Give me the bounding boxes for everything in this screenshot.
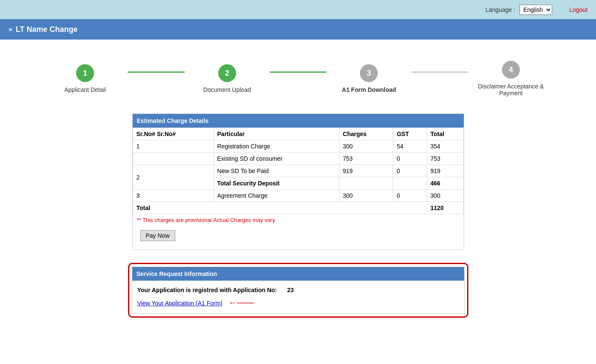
connector-2-3: [270, 71, 327, 73]
cell-gst: 0: [393, 190, 427, 202]
application-text: Your Application is registred with Appli…: [137, 287, 277, 293]
service-request-wrapper: Service Request Information Your Applica…: [128, 263, 468, 318]
step-circle-4: 4: [502, 61, 520, 79]
charge-table-header: Estimated Charge Details: [133, 114, 464, 128]
step-label-3: A1 Form Download: [342, 86, 396, 93]
cell-particular: Existing SD of consumer: [214, 153, 339, 165]
provisional-note: ** This charges are provisional.Actual C…: [133, 214, 464, 226]
table-row: 3 Agreement Charge 300 0 300: [133, 190, 463, 202]
step-circle-2: 2: [218, 64, 236, 82]
col-srno: Sr.No# Sr.No#: [133, 128, 214, 140]
language-label: Language :: [485, 6, 515, 13]
col-particular: Particular: [214, 128, 339, 140]
step-label-2: Document Upload: [203, 86, 251, 93]
cell-charges: 919: [339, 165, 393, 177]
step-label-4: Disclaimer Acceptance & Payment: [468, 83, 553, 97]
cell-particular: Total Security Deposit: [214, 177, 339, 190]
application-info: Your Application is registred with Appli…: [137, 287, 459, 293]
cell-srno: [133, 153, 214, 165]
cell-srno: 1: [133, 140, 214, 153]
col-charges: Charges: [339, 128, 393, 140]
cell-gst: 54: [393, 140, 427, 153]
cell-total: 753: [427, 153, 463, 165]
connector-1-2: [128, 71, 185, 73]
service-request-body: Your Application is registred with Appli…: [132, 281, 464, 313]
stepper-step-2: 2 Document Upload: [185, 64, 270, 93]
cell-total: 354: [427, 140, 463, 153]
cell-charges: 300: [339, 140, 393, 153]
header-bar: » LT Name Change: [0, 19, 596, 40]
view-application-link[interactable]: View Your Application (A1 Form): [137, 300, 223, 307]
total-label: Total: [133, 202, 427, 214]
service-request-header: Service Request Information: [132, 267, 464, 281]
cell-charges: [339, 177, 393, 190]
view-application-row: View Your Application (A1 Form) ←——: [137, 298, 459, 307]
application-number: 23: [287, 287, 294, 293]
table-row: 2 New SD To be Paid 919 0 919: [133, 165, 463, 177]
pay-now-button[interactable]: Pay Now: [140, 230, 175, 241]
stepper-step-3: 3 A1 Form Download: [326, 64, 411, 93]
stepper: 1 Applicant Detail 2 Document Upload 3 A…: [17, 52, 579, 114]
stepper-step-4: 4 Disclaimer Acceptance & Payment: [468, 61, 553, 97]
cell-gst: 0: [393, 153, 427, 165]
main-content: 1 Applicant Detail 2 Document Upload 3 A…: [0, 40, 596, 364]
page-title: LT Name Change: [16, 25, 78, 34]
cell-particular: New SD To be Paid: [214, 165, 339, 177]
col-total: Total: [427, 128, 463, 140]
language-select[interactable]: English Hindi Marathi: [519, 5, 552, 15]
cell-total: 466: [427, 177, 463, 190]
table-row: Existing SD of consumer 753 0 753: [133, 153, 463, 165]
cell-charges: 753: [339, 153, 393, 165]
step-circle-3: 3: [360, 64, 378, 82]
table-header-row: Sr.No# Sr.No# Particular Charges GST Tot…: [133, 128, 463, 140]
double-arrow-icon: »: [9, 26, 12, 33]
cell-charges: 300: [339, 190, 393, 202]
cell-srno: 2: [133, 165, 214, 190]
cell-gst: [393, 177, 427, 190]
stepper-step-1: 1 Applicant Detail: [43, 64, 128, 93]
connector-3-4: [411, 71, 468, 73]
cell-particular: Agreement Charge: [214, 190, 339, 202]
col-gst: GST: [393, 128, 427, 140]
step-label-1: Applicant Detail: [64, 86, 106, 93]
total-row: Total 1120: [133, 202, 463, 214]
charge-table: Sr.No# Sr.No# Particular Charges GST Tot…: [133, 128, 464, 214]
total-value: 1120: [427, 202, 463, 214]
step-circle-1: 1: [76, 64, 94, 82]
cell-particular: Registration Charge: [214, 140, 339, 153]
top-bar: Language : English Hindi Marathi Logout: [0, 0, 596, 19]
table-row: 1 Registration Charge 300 54 354: [133, 140, 463, 153]
cell-total: 919: [427, 165, 463, 177]
cell-total: 300: [427, 190, 463, 202]
logout-button[interactable]: Logout: [569, 6, 587, 13]
charge-table-container: Estimated Charge Details Sr.No# Sr.No# P…: [132, 114, 464, 250]
cell-srno: 3: [133, 190, 214, 202]
service-request-box: Service Request Information Your Applica…: [132, 267, 465, 314]
cell-gst: 0: [393, 165, 427, 177]
arrow-icon: ←——: [228, 298, 254, 307]
